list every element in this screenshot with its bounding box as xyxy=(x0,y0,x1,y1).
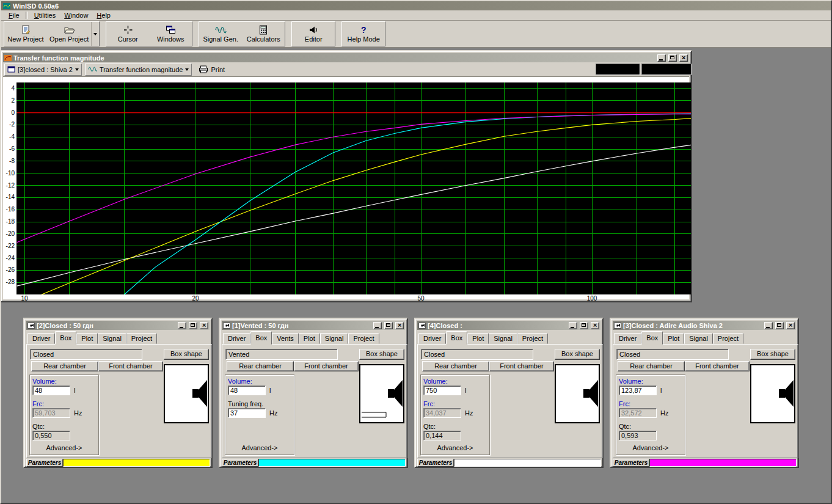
project-selector[interactable]: [3]closed : Shiva 2 xyxy=(4,64,82,76)
field-label-volume: Volume: xyxy=(228,378,252,385)
front-chamber-button[interactable]: Front chamber xyxy=(489,361,554,371)
minimize-button[interactable] xyxy=(373,322,382,329)
rear-chamber-button[interactable]: Rear chamber xyxy=(618,361,685,371)
cursor-button[interactable]: Cursor xyxy=(106,22,149,46)
parameters-tab[interactable]: Parameters xyxy=(417,459,454,467)
box-shape-button[interactable]: Box shape xyxy=(750,349,795,360)
curve-color-strip[interactable] xyxy=(258,459,406,467)
maximize-button[interactable] xyxy=(189,322,197,329)
curve-color-strip[interactable] xyxy=(63,459,210,467)
minimize-button[interactable] xyxy=(657,54,666,62)
parameters-tab[interactable]: Parameters xyxy=(613,459,649,467)
advanced-button[interactable]: Advanced-> xyxy=(235,444,284,453)
curve-color-strip[interactable] xyxy=(454,459,601,467)
front-chamber-button[interactable]: Front chamber xyxy=(294,361,359,371)
field-volume-value[interactable]: 48 xyxy=(228,385,266,395)
maximize-button[interactable] xyxy=(668,54,677,62)
field-label-volume: Volume: xyxy=(619,378,643,385)
parameters-tab[interactable]: Parameters xyxy=(26,459,63,467)
field-label-frc: Frc: xyxy=(619,400,630,407)
field-volume-value[interactable]: 48 xyxy=(32,385,70,395)
box-shape-button[interactable]: Box shape xyxy=(164,349,209,360)
front-chamber-button[interactable]: Front chamber xyxy=(685,361,750,371)
box-type-field[interactable]: Vented xyxy=(225,349,338,360)
open-project-dropdown[interactable] xyxy=(91,22,99,46)
tab-project[interactable]: Project xyxy=(348,333,379,344)
tab-signal[interactable]: Signal xyxy=(320,333,349,344)
windows-button[interactable]: Windows xyxy=(149,22,192,46)
tab-signal[interactable]: Signal xyxy=(489,333,517,344)
field-volume-value[interactable]: 750 xyxy=(423,385,461,395)
box-type-field[interactable]: Closed xyxy=(30,349,142,360)
tab-driver[interactable]: Driver xyxy=(418,333,446,344)
calculators-button[interactable]: Calculators xyxy=(242,22,285,46)
close-button[interactable] xyxy=(679,54,688,62)
tab-plot[interactable]: Plot xyxy=(76,333,98,344)
window-titlebar[interactable]: [2]Closed : 50 гдн xyxy=(26,321,210,330)
signal-gen-button[interactable]: Signal Gen. xyxy=(199,22,242,46)
rear-chamber-button[interactable]: Rear chamber xyxy=(422,361,489,371)
tab-plot[interactable]: Plot xyxy=(299,333,320,344)
tab-box[interactable]: Box xyxy=(55,331,76,345)
rear-chamber-button[interactable]: Rear chamber xyxy=(31,361,98,371)
tab-box[interactable]: Box xyxy=(250,331,272,345)
box-shape-button[interactable]: Box shape xyxy=(555,349,600,360)
tab-signal[interactable]: Signal xyxy=(684,333,713,344)
project-icon xyxy=(7,66,15,73)
tab-box[interactable]: Box xyxy=(446,331,467,345)
new-project-button[interactable]: New Project xyxy=(4,22,47,46)
menu-file[interactable]: File xyxy=(4,11,24,20)
maximize-button[interactable] xyxy=(384,322,393,329)
window-titlebar[interactable]: [1]Vented : 50 гдн xyxy=(222,321,405,330)
front-chamber-button[interactable]: Front chamber xyxy=(98,361,163,371)
close-button[interactable] xyxy=(200,322,208,329)
tab-project[interactable]: Project xyxy=(517,333,548,344)
window-titlebar[interactable]: [3]Closed : Adire Audio Shiva 2 xyxy=(613,321,796,330)
y-axis-label: -18 xyxy=(3,218,15,225)
tf-titlebar[interactable]: Transfer function magnitude xyxy=(3,53,689,62)
graph-type-selector[interactable]: Transfer function magnitude xyxy=(85,64,192,76)
app-titlebar[interactable]: WinISD 0.50a6 xyxy=(1,1,831,10)
advanced-button[interactable]: Advanced-> xyxy=(626,444,675,453)
close-button[interactable] xyxy=(786,322,795,329)
close-button[interactable] xyxy=(591,322,599,329)
tab-driver[interactable]: Driver xyxy=(614,333,641,344)
field-tuning-freq-value[interactable]: 37 xyxy=(228,408,266,418)
window-titlebar[interactable]: [4]Closed : xyxy=(417,321,600,330)
parameters-group: Volume:750lFrc:34,037HzQtc:0,144Advanced… xyxy=(420,374,490,455)
advanced-button[interactable]: Advanced-> xyxy=(40,444,89,453)
maximize-button[interactable] xyxy=(775,322,784,329)
editor-button[interactable]: Editor xyxy=(292,22,335,46)
tab-project[interactable]: Project xyxy=(713,333,743,344)
minimize-button[interactable] xyxy=(569,322,577,329)
box-type-field[interactable]: Closed xyxy=(421,349,533,360)
tab-driver[interactable]: Driver xyxy=(27,333,55,344)
close-button[interactable] xyxy=(395,322,404,329)
tab-signal[interactable]: Signal xyxy=(98,333,126,344)
tab-plot[interactable]: Plot xyxy=(467,333,489,344)
menu-separator xyxy=(26,12,28,19)
tab-project[interactable]: Project xyxy=(126,333,157,344)
menu-help[interactable]: Help xyxy=(92,11,115,20)
minimize-button[interactable] xyxy=(178,322,186,329)
maximize-button[interactable] xyxy=(580,322,588,329)
menu-window[interactable]: Window xyxy=(60,11,92,20)
tab-vents[interactable]: Vents xyxy=(272,333,299,344)
tab-plot[interactable]: Plot xyxy=(663,333,684,344)
print-button[interactable]: Print xyxy=(195,64,228,76)
tab-driver[interactable]: Driver xyxy=(223,333,250,344)
field-volume-value[interactable]: 123,87 xyxy=(619,385,657,395)
box-type-field[interactable]: Closed xyxy=(616,349,729,360)
curve-color-strip[interactable] xyxy=(649,459,797,467)
help-mode-button[interactable]: ?Help Mode xyxy=(342,22,385,46)
y-axis-label: -16 xyxy=(3,206,15,213)
open-project-button[interactable]: Open Project xyxy=(47,22,91,46)
toolbar-group: Signal Gen.Calculators xyxy=(199,21,285,46)
parameters-tab[interactable]: Parameters xyxy=(222,459,258,467)
menu-utilities[interactable]: Utilities xyxy=(30,11,60,20)
box-shape-button[interactable]: Box shape xyxy=(359,349,404,360)
rear-chamber-button[interactable]: Rear chamber xyxy=(227,361,294,371)
minimize-button[interactable] xyxy=(764,322,773,329)
advanced-button[interactable]: Advanced-> xyxy=(431,444,480,453)
tab-box[interactable]: Box xyxy=(641,331,663,345)
